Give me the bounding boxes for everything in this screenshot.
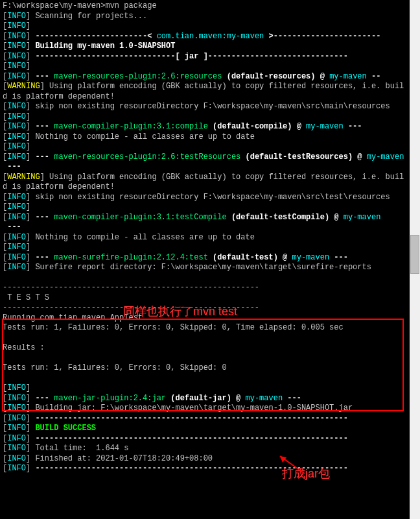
module: my-maven — [306, 122, 344, 131]
dashes: --- — [35, 122, 49, 131]
dashes: --- — [35, 72, 49, 81]
prompt[interactable]: F:\workspace\my-maven>mvn package — [3, 1, 157, 10]
plugin-jar: maven-jar-plugin:2.4:jar — [54, 394, 166, 403]
terminal-output: F:\workspace\my-maven>mvn package [INFO]… — [0, 0, 410, 476]
at: @ — [283, 253, 287, 262]
dashes: --- — [35, 394, 49, 403]
at: @ — [320, 72, 325, 81]
warn-text: Using platform encoding (GBK actually) t… — [3, 173, 404, 192]
info-tag: INFO — [7, 32, 26, 41]
annotation-mvn-test: 同样也执行了mvn test — [123, 307, 237, 317]
dashes: --- — [287, 394, 301, 403]
project-name: com.tian.maven:my-maven — [157, 32, 264, 41]
module: my-maven — [292, 253, 330, 262]
plugin-resources: maven-resources-plugin:2.6:resources — [54, 72, 222, 81]
building-jar: Building jar: F:\workspace\my-maven\targ… — [35, 404, 353, 413]
info-tag: INFO — [7, 404, 26, 413]
at: @ — [236, 394, 240, 403]
skip-text: skip non existing resourceDirectory F:\w… — [35, 193, 390, 202]
nothing-text: Nothing to compile - all classes are up … — [35, 233, 254, 242]
tests-summary: Tests run: 1, Failures: 0, Errors: 0, Sk… — [3, 363, 407, 374]
info-tag: INFO — [7, 414, 26, 423]
info-tag: INFO — [7, 424, 26, 433]
info-tag: INFO — [7, 52, 26, 61]
info-tag: INFO — [7, 112, 26, 121]
tests-header: T E S T S — [3, 293, 407, 304]
goal: (default-jar) — [170, 394, 231, 403]
dashes: --- — [334, 253, 348, 262]
info-tag: INFO — [7, 42, 26, 51]
info-tag: INFO — [7, 263, 26, 272]
dashes-long: ----------------------------------------… — [35, 414, 347, 423]
at: @ — [334, 213, 338, 222]
dashes: --- — [348, 122, 362, 131]
info-tag: INFO — [7, 454, 26, 463]
info-tag: INFO — [7, 434, 26, 443]
plugin-surefire: maven-surefire-plugin:2.12.4:test — [54, 253, 208, 262]
module: my-maven — [329, 72, 367, 81]
dash: >----------------------- — [264, 32, 380, 41]
info-tag: INFO — [7, 12, 26, 21]
plugin-testres: maven-resources-plugin:2.6:testResources — [54, 152, 240, 162]
info-tag: INFO — [7, 72, 26, 81]
dashes: --- — [35, 253, 49, 262]
plugin-compile: maven-compiler-plugin:3.1:compile — [54, 122, 208, 131]
dashes-long: ----------------------------------------… — [35, 434, 347, 443]
surefire-dir: Surefire report directory: F:\workspace\… — [35, 263, 371, 272]
goal: (default-testCompile) — [231, 213, 329, 222]
build-success: BUILD SUCCESS — [35, 424, 96, 433]
info-tag: INFO — [7, 253, 26, 262]
module: my-maven — [367, 152, 404, 162]
dashes: -- — [371, 72, 380, 81]
info-tag: INFO — [7, 444, 26, 453]
info-tag: INFO — [7, 102, 26, 111]
dashes: --- — [35, 213, 49, 222]
module: my-maven — [344, 213, 381, 222]
total-time: Total time: 1.644 s — [35, 444, 128, 453]
goal: (default-test) — [213, 253, 278, 262]
warning-tag: WARNING — [7, 82, 40, 91]
at: @ — [297, 122, 301, 131]
scanning-text: Scanning for projects... — [35, 12, 147, 21]
scrollbar[interactable] — [410, 0, 420, 519]
info-tag: INFO — [7, 193, 26, 202]
goal: (default-resources) — [227, 72, 316, 81]
info-tag: INFO — [7, 152, 26, 162]
dashes: --- — [35, 152, 49, 162]
warning-tag: WARNING — [7, 173, 40, 182]
info-tag: INFO — [7, 383, 26, 392]
annotation-jar: 打成jar包 — [282, 469, 330, 479]
nothing-text: Nothing to compile - all classes are up … — [35, 132, 254, 141]
dashes: --- — [7, 223, 21, 232]
info-tag: INFO — [7, 122, 26, 131]
info-tag: INFO — [7, 213, 26, 222]
results-label: Results : — [3, 343, 407, 354]
finished-at: Finished at: 2021-01-07T18:20:49+08:00 — [35, 454, 213, 463]
scrollbar-thumb[interactable] — [410, 235, 419, 274]
tests-result: Tests run: 1, Failures: 0, Errors: 0, Sk… — [3, 323, 407, 333]
at: @ — [357, 152, 362, 162]
info-tag: INFO — [7, 394, 26, 403]
info-tag: INFO — [7, 62, 26, 71]
info-tag: INFO — [7, 243, 26, 252]
info-tag: INFO — [7, 202, 26, 211]
info-tag: INFO — [7, 21, 26, 30]
warn-text: Using platform encoding (GBK actually) t… — [3, 82, 404, 101]
plugin-testcompile: maven-compiler-plugin:3.1:testCompile — [54, 213, 226, 222]
info-tag: INFO — [7, 464, 26, 473]
info-tag: INFO — [7, 142, 26, 151]
building-text: Building my-maven 1.0-SNAPSHOT — [35, 42, 175, 51]
dashes: --- — [7, 162, 21, 171]
goal: (default-testResources) — [245, 152, 353, 162]
tests-sep: ----------------------------------------… — [3, 283, 407, 293]
jar-dash: ------------------------------[ jar ]---… — [35, 52, 347, 61]
module: my-maven — [246, 394, 283, 403]
info-tag: INFO — [7, 233, 26, 242]
info-tag: INFO — [7, 132, 26, 141]
dash: ------------------------< — [35, 32, 156, 41]
skip-text: skip non existing resourceDirectory F:\w… — [35, 102, 390, 111]
goal: (default-compile) — [213, 122, 292, 131]
